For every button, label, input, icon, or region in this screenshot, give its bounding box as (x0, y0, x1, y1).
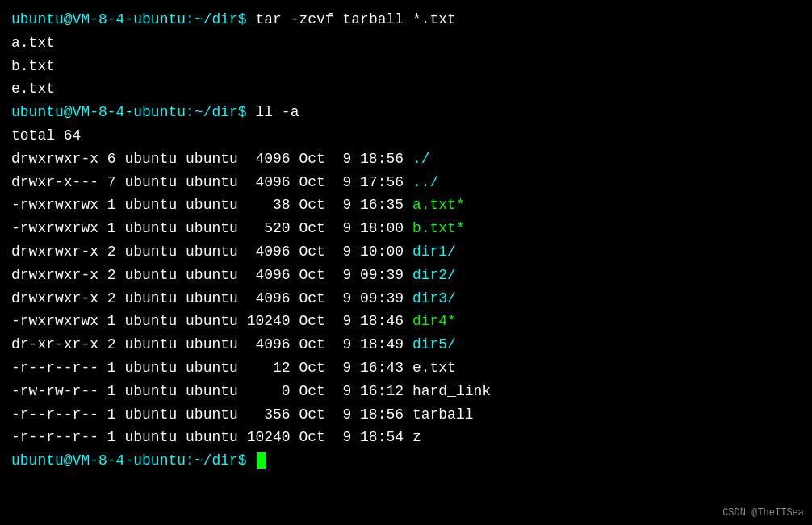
terminal-line-row4: -rwxrwxrwx 1 ubuntu ubuntu 520 Oct 9 18:… (11, 217, 801, 240)
terminal-line-out2: b.txt (11, 55, 801, 78)
terminal-line-row11: -rw-rw-r-- 1 ubuntu ubuntu 0 Oct 9 16:12… (11, 380, 801, 403)
terminal-line-cmd3: ubuntu@VM-8-4-ubuntu:~/dir$ (11, 449, 801, 473)
terminal-cursor (257, 452, 266, 469)
terminal-window: ubuntu@VM-8-4-ubuntu:~/dir$ tar -zcvf ta… (11, 8, 801, 473)
terminal-line-row12: -r--r--r-- 1 ubuntu ubuntu 356 Oct 9 18:… (11, 403, 801, 427)
terminal-line-row10: -r--r--r-- 1 ubuntu ubuntu 12 Oct 9 16:4… (11, 356, 801, 380)
terminal-line-cmd2: ubuntu@VM-8-4-ubuntu:~/dir$ ll -a (11, 101, 801, 124)
terminal-line-row5: drwxrwxr-x 2 ubuntu ubuntu 4096 Oct 9 10… (11, 240, 801, 264)
terminal-line-row9: dr-xr-xr-x 2 ubuntu ubuntu 4096 Oct 9 18… (11, 333, 801, 356)
terminal-line-row13: -r--r--r-- 1 ubuntu ubuntu 10240 Oct 9 1… (11, 426, 801, 449)
terminal-line-row6: drwxrwxr-x 2 ubuntu ubuntu 4096 Oct 9 09… (11, 264, 801, 287)
terminal-line-row1: drwxrwxr-x 6 ubuntu ubuntu 4096 Oct 9 18… (11, 148, 801, 171)
terminal-line-row2: drwxr-x--- 7 ubuntu ubuntu 4096 Oct 9 17… (11, 171, 801, 194)
terminal-line-out1: a.txt (11, 31, 801, 55)
watermark: CSDN @TheITSea (722, 507, 804, 519)
terminal-line-out3: e.txt (11, 77, 801, 101)
terminal-line-row3: -rwxrwxrwx 1 ubuntu ubuntu 38 Oct 9 16:3… (11, 194, 801, 217)
terminal-line-row7: drwxrwxr-x 2 ubuntu ubuntu 4096 Oct 9 09… (11, 287, 801, 310)
terminal-line-total: total 64 (11, 124, 801, 148)
terminal-line-row8: -rwxrwxrwx 1 ubuntu ubuntu 10240 Oct 9 1… (11, 310, 801, 333)
terminal-line-cmd1: ubuntu@VM-8-4-ubuntu:~/dir$ tar -zcvf ta… (11, 8, 801, 31)
